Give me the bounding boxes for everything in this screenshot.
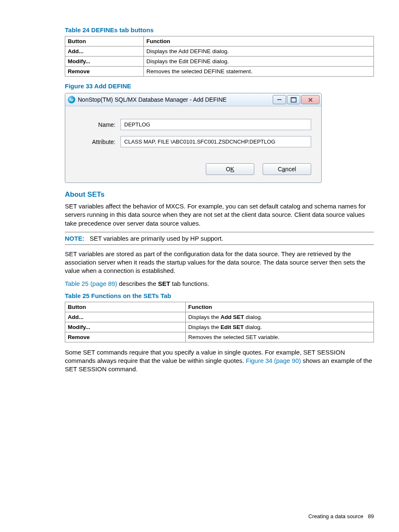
maximize-button[interactable] xyxy=(287,95,300,104)
name-input[interactable] xyxy=(120,119,311,130)
dialog-title: NonStop(TM) SQL/MX Database Manager - Ad… xyxy=(78,96,272,103)
about-sets-heading: About SETs xyxy=(65,190,374,199)
note-text: SET variables are primarily used by HP s… xyxy=(90,235,223,242)
table-row: RemoveRemoves the selected DEFINE statem… xyxy=(65,67,374,77)
attribute-input[interactable] xyxy=(120,136,311,147)
note-box: NOTE: SET variables are primarily used b… xyxy=(65,232,374,245)
maximize-icon xyxy=(291,97,297,103)
col-function: Function xyxy=(186,302,374,312)
ok-button[interactable]: OK xyxy=(206,163,254,175)
figure34-link[interactable]: Figure 34 (page 90) xyxy=(246,357,301,364)
about-sets-p2: SET variables are stored as part of the … xyxy=(65,250,374,275)
table-header-row: Button Function xyxy=(65,36,374,46)
note-label: NOTE: xyxy=(65,235,84,242)
table-row: Modify...Displays the Edit DEFINE dialog… xyxy=(65,57,374,67)
trailing-paragraph: Some SET commands require that you speci… xyxy=(65,348,374,374)
figure33-caption: Figure 33 Add DEFINE xyxy=(65,82,374,90)
close-icon: ✕ xyxy=(308,97,313,103)
table25: Button Function Add...Displays the Add S… xyxy=(65,302,374,342)
add-define-dialog: hp NonStop(TM) SQL/MX Database Manager -… xyxy=(65,93,322,183)
cancel-button[interactable]: Cancel xyxy=(263,163,311,175)
close-button[interactable]: ✕ xyxy=(301,95,320,104)
hp-logo-icon: hp xyxy=(68,96,75,103)
table24-caption: Table 24 DEFINEs tab buttons xyxy=(65,26,374,33)
attribute-label: Attribute: xyxy=(75,139,120,145)
col-button: Button xyxy=(65,36,144,46)
table25-link[interactable]: Table 25 (page 89) xyxy=(65,280,117,287)
about-sets-p3: Table 25 (page 89) describes the SET tab… xyxy=(65,280,374,288)
dialog-titlebar: hp NonStop(TM) SQL/MX Database Manager -… xyxy=(65,93,321,106)
table-row: Add...Displays the Add DEFINE dialog. xyxy=(65,46,374,57)
col-function: Function xyxy=(144,36,374,46)
table-row: Modify...Displays the Edit SET dialog. xyxy=(65,322,374,332)
minimize-icon xyxy=(277,99,281,100)
about-sets-p1: SET variables affect the behavior of MXC… xyxy=(65,202,374,228)
table-row: Add...Displays the Add SET dialog. xyxy=(65,312,374,322)
table24: Button Function Add...Displays the Add D… xyxy=(65,36,374,77)
table25-caption: Table 25 Functions on the SETs Tab xyxy=(65,292,374,299)
col-button: Button xyxy=(65,302,186,312)
minimize-button[interactable] xyxy=(273,95,286,104)
name-label: Name: xyxy=(75,121,120,128)
table-row: RemoveRemoves the selected SET variable. xyxy=(65,332,374,342)
table-header-row: Button Function xyxy=(65,302,374,312)
